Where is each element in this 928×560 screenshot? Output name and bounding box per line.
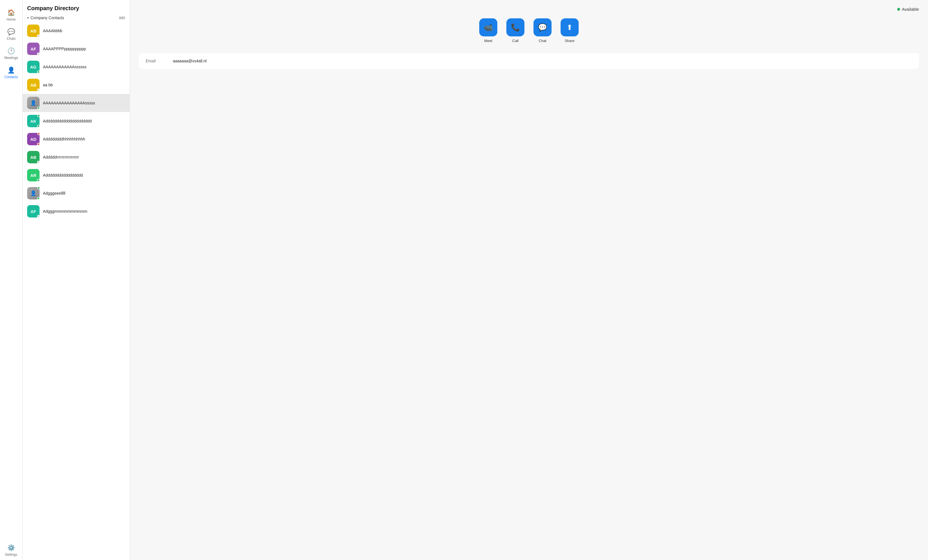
- avatar: AB: [27, 79, 40, 91]
- main-content: Available 📹 Meet 📞 Call 💬 Chat ⬆ Share E…: [130, 0, 928, 560]
- contact-item[interactable]: 👤 AAAAAAAAAAAAAAAAsssss: [23, 94, 130, 112]
- contact-name: Adgggeeelllll: [43, 191, 65, 195]
- avatar: AK: [27, 115, 40, 127]
- sidebar-nav: 🏠 Home 💬 Chats 🕐 Meetings 👤 Contacts ⚙️ …: [0, 0, 23, 560]
- nav-item-home[interactable]: 🏠 Home: [0, 6, 22, 25]
- avatar: AG: [27, 61, 40, 73]
- contact-name: AAAAPPPPpppppppppp: [43, 47, 86, 51]
- action-buttons: 📹 Meet 📞 Call 💬 Chat ⬆ Share: [139, 18, 919, 43]
- meet-icon: 📹: [479, 18, 497, 37]
- avatar: AB: [27, 151, 40, 163]
- contact-name: Addddddddhhhhhhhhhh: [43, 137, 85, 142]
- status-dot: [37, 215, 40, 218]
- contact-item[interactable]: AF AAAAPPPPpppppppppp: [23, 40, 130, 58]
- contact-name: AAAAAAAAAAAAAAAAsssss: [43, 101, 95, 105]
- contact-name: AAAAbbbb: [43, 29, 63, 33]
- home-label: Home: [6, 17, 15, 21]
- email-value: aaaaaaa@xs4all.nl: [173, 59, 206, 63]
- call-label: Call: [512, 39, 519, 43]
- meetings-label: Meetings: [4, 56, 18, 60]
- contact-item[interactable]: AG AAAAAAAAAAAAssssss: [23, 58, 130, 76]
- chats-label: Chats: [7, 37, 15, 41]
- contact-name: AAAAAAAAAAAAssssss: [43, 65, 86, 69]
- chevron-icon: ▾: [27, 16, 29, 20]
- avatar: AF: [27, 43, 40, 55]
- nav-item-contacts[interactable]: 👤 Contacts: [0, 63, 22, 82]
- status-dot: [37, 143, 40, 146]
- status-dot: [37, 88, 40, 91]
- contact-item[interactable]: AR Addddddddddddddddd: [23, 166, 130, 184]
- status-dot: [37, 34, 40, 37]
- contact-name: Addddddddddddddddd: [43, 173, 83, 178]
- action-btn-meet[interactable]: 📹 Meet: [479, 18, 497, 43]
- settings-label: Settings: [5, 553, 17, 557]
- contact-item[interactable]: AK Addddddddddddddddddddd: [23, 112, 130, 130]
- badge-red: [37, 132, 40, 135]
- contact-list-panel: Company Directory ▾ Company Contacts 995…: [23, 0, 130, 560]
- status-dot: [37, 125, 40, 128]
- avatar: AR: [27, 169, 40, 181]
- meet-label: Meet: [484, 39, 493, 43]
- contacts-icon: 👤: [7, 67, 15, 74]
- share-label: Share: [565, 39, 575, 43]
- status-dot: [37, 161, 40, 164]
- nav-item-settings[interactable]: ⚙️ Settings: [0, 541, 22, 560]
- home-icon: 🏠: [7, 9, 15, 16]
- status-dot: [37, 107, 40, 110]
- call-icon: 📞: [506, 18, 524, 37]
- meetings-icon: 🕐: [7, 47, 15, 55]
- availability-dot: [897, 8, 900, 11]
- nav-item-chats[interactable]: 💬 Chats: [0, 25, 22, 44]
- contact-name: Adddddrrrrrrrrrrrrrrrrr: [43, 155, 79, 160]
- email-row: Email aaaaaaa@xs4all.nl: [146, 59, 912, 63]
- section-count: 995: [119, 16, 125, 20]
- contact-name: Addddddddddddddddddddd: [43, 119, 92, 123]
- chat-label: Chat: [539, 39, 546, 43]
- status-dot: [37, 52, 40, 55]
- section-header[interactable]: ▾ Company Contacts 995: [23, 14, 130, 22]
- info-section: Email aaaaaaa@xs4all.nl: [139, 53, 919, 69]
- action-btn-call[interactable]: 📞 Call: [506, 18, 524, 43]
- action-btn-chat[interactable]: 💬 Chat: [533, 18, 551, 43]
- avatar: 👤: [27, 187, 40, 199]
- chat-icon: 💬: [533, 18, 551, 37]
- contact-item[interactable]: AF Adgggmmmmmmmmmm: [23, 202, 130, 220]
- contacts-label: Contacts: [5, 75, 18, 79]
- settings-icon: ⚙️: [7, 544, 15, 552]
- contact-item[interactable]: AB Adddddrrrrrrrrrrrrrrrrr: [23, 148, 130, 166]
- status-dot: [37, 179, 40, 182]
- availability-label: Available: [902, 7, 919, 12]
- chats-icon: 💬: [7, 28, 15, 35]
- availability-bar: Available: [139, 7, 919, 12]
- contact-name: aa bb: [43, 83, 53, 87]
- email-label: Email: [146, 59, 168, 63]
- section-label: Company Contacts: [31, 15, 64, 20]
- avatar: 👤: [27, 97, 40, 109]
- avatar: AB: [27, 24, 40, 37]
- avatar: AD: [27, 133, 40, 145]
- action-btn-share[interactable]: ⬆ Share: [560, 18, 578, 43]
- nav-item-meetings[interactable]: 🕐 Meetings: [0, 44, 22, 63]
- contact-item[interactable]: AD Addddddddhhhhhhhhhh: [23, 130, 130, 148]
- contact-item[interactable]: AB AAAAbbbb: [23, 22, 130, 40]
- share-icon: ⬆: [560, 18, 578, 37]
- contact-item[interactable]: AB aa bb: [23, 76, 130, 94]
- avatar: AF: [27, 205, 40, 218]
- contact-list: AB AAAAbbbb AF AAAAPPPPpppppppppp AG AAA…: [23, 22, 130, 560]
- contact-item[interactable]: 👤 Adgggeeelllll: [23, 184, 130, 202]
- status-dot: [37, 70, 40, 73]
- panel-title: Company Directory: [23, 0, 130, 14]
- status-dot: [37, 197, 40, 200]
- badge-green: [37, 114, 40, 117]
- contact-name: Adgggmmmmmmmmmm: [43, 209, 87, 213]
- badge-green: [37, 187, 40, 189]
